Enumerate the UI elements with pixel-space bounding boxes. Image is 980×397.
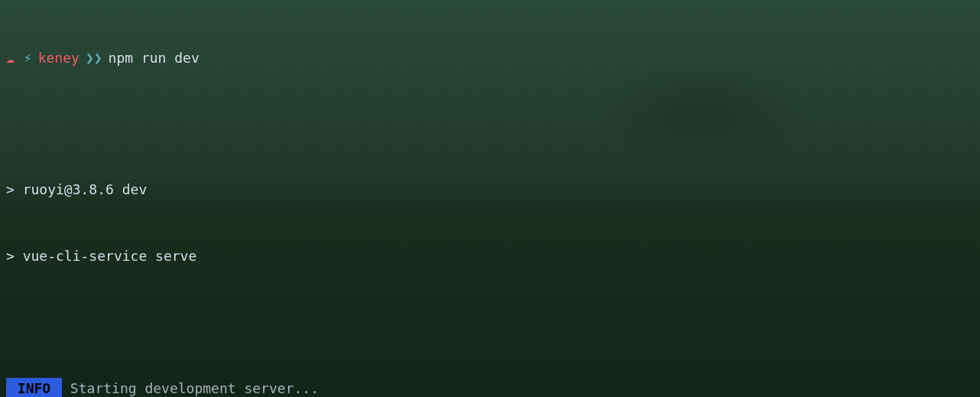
blank-line: [6, 113, 974, 135]
info-line: INFO Starting development server...: [6, 378, 974, 397]
blank-line: [6, 311, 974, 334]
prompt-line: ☁ ⚡ keney ❯❯ npm run dev: [6, 47, 974, 70]
info-badge: INFO: [6, 378, 62, 397]
prompt-user: keney: [38, 47, 80, 70]
lightning-icon: ⚡: [24, 47, 32, 70]
prompt-command: npm run dev: [109, 47, 200, 70]
info-text: Starting development server...: [62, 380, 319, 396]
output-line-2: > vue-cli-service serve: [6, 246, 974, 268]
output-line-1: > ruoyi@3.8.6 dev: [6, 179, 974, 201]
cloud-icon: ☁: [6, 47, 15, 70]
terminal-output[interactable]: ☁ ⚡ keney ❯❯ npm run dev > ruoyi@3.8.6 d…: [6, 3, 974, 397]
prompt-arrow-icon: ❯❯: [86, 47, 102, 70]
